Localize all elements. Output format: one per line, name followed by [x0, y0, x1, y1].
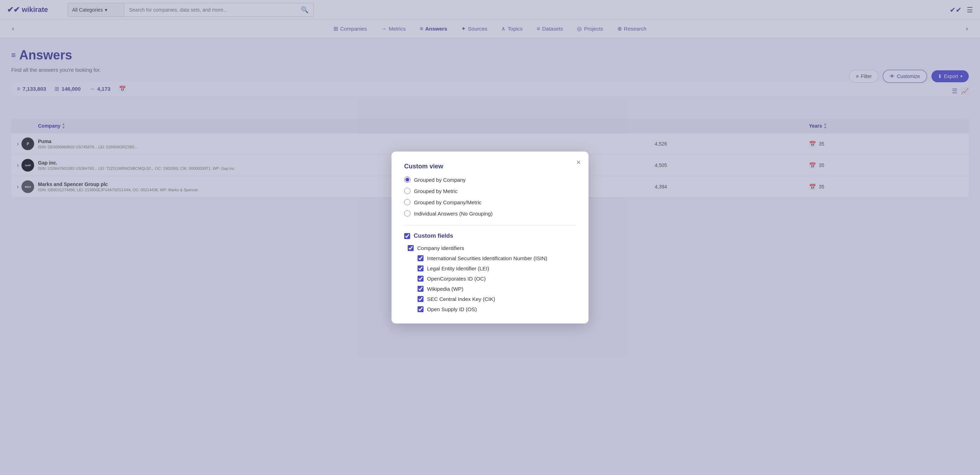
modal-title: Custom view — [404, 163, 576, 170]
radio-grouped-company-metric-input[interactable] — [404, 199, 410, 205]
radio-grouped-metric-label: Grouped by Metric — [414, 188, 457, 194]
radio-grouped-metric-input[interactable] — [404, 188, 410, 194]
radio-grouped-company-input[interactable] — [404, 176, 410, 183]
radio-group: Grouped by Company Grouped by Metric Gro… — [404, 176, 576, 207]
modal-overlay[interactable]: × Custom view Grouped by Company Grouped… — [0, 0, 980, 207]
radio-grouped-company-metric[interactable]: Grouped by Company/Metric — [404, 199, 576, 205]
radio-grouped-company-label: Grouped by Company — [414, 177, 466, 183]
modal-close-button[interactable]: × — [576, 158, 581, 167]
custom-view-modal: × Custom view Grouped by Company Grouped… — [391, 151, 589, 207]
radio-grouped-company[interactable]: Grouped by Company — [404, 176, 576, 183]
radio-grouped-metric[interactable]: Grouped by Metric — [404, 188, 576, 194]
radio-grouped-company-metric-label: Grouped by Company/Metric — [414, 199, 482, 205]
close-icon: × — [576, 158, 581, 167]
